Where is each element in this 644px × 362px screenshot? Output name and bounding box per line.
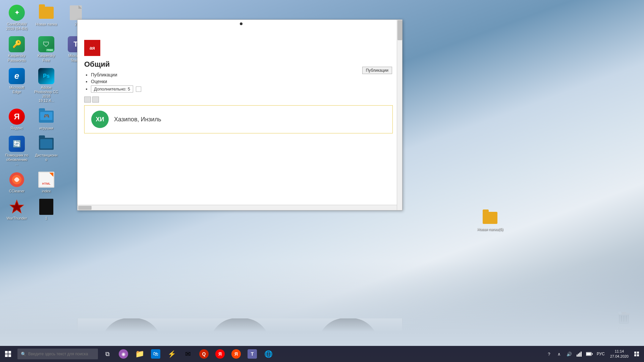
- semicircles-area: [77, 318, 402, 345]
- semicircle-2: [210, 318, 270, 345]
- icon-row-5: 🔄 Помощник по обновлению ... Дистанционн…: [3, 134, 89, 168]
- taskbar-lightning[interactable]: ⚡: [164, 346, 180, 362]
- icon-row-7: WarThunder 1: [3, 197, 89, 222]
- search-input[interactable]: [28, 352, 95, 356]
- user-avatar-initials: ХИ: [96, 116, 104, 123]
- bullet-item-publications: Публикации: [91, 72, 395, 77]
- svg-rect-24: [637, 354, 639, 356]
- taskbar-yandex[interactable]: Я: [212, 346, 228, 362]
- h-scroll-thumb[interactable]: [78, 206, 92, 210]
- qutebrowser-icon: Q: [199, 349, 209, 359]
- view-btn-2[interactable]: [92, 97, 99, 103]
- taskbar-cortana[interactable]: ◉: [115, 346, 131, 362]
- nova-papka-1-label: Новая папка: [36, 22, 57, 26]
- yandex-icon: Я: [9, 109, 25, 125]
- icon-row-6: CCleaner HTML index: [3, 170, 89, 195]
- html-index-label: index: [42, 189, 51, 193]
- taskbar-teams[interactable]: T: [244, 346, 260, 362]
- desktop-icon-coreldraw[interactable]: ✦ CorelDRAW 2019 (64-Bit): [3, 3, 30, 32]
- bullet-item-grades: Оценки: [91, 79, 395, 84]
- svg-rect-23: [634, 354, 636, 356]
- taskbar-qute[interactable]: Q: [196, 346, 212, 362]
- desktop-icon-distancionno[interactable]: Дистанционно: [33, 134, 60, 168]
- clock-date: 27.04.2020: [610, 354, 629, 359]
- clock-time: 11:14: [615, 349, 624, 354]
- icon-row-1: ✦ CorelDRAW 2019 (64-Bit) Новая папка: [3, 3, 89, 32]
- taskbar-mail[interactable]: ✉: [180, 346, 196, 362]
- taskbar-explorer[interactable]: 📁: [131, 346, 148, 362]
- svg-rect-19: [586, 353, 591, 355]
- svg-rect-17: [581, 352, 582, 357]
- recycle-bin-label: Корзина: [617, 326, 631, 330]
- photoshop-label: Adobe Photoshop CC 2018 19.12.4...: [34, 85, 58, 103]
- explorer-icon: 📁: [135, 349, 144, 359]
- desktop-icon-html-index[interactable]: HTML index: [33, 170, 60, 195]
- desktop-icon-edge[interactable]: e Microsoft Edge: [3, 67, 30, 105]
- file-gray-icon: [68, 5, 84, 21]
- icon-row-3: e Microsoft Edge Ps Adobe Photoshop CC 2…: [3, 67, 89, 105]
- tray-network-icon[interactable]: [575, 349, 584, 359]
- svg-rect-5: [618, 313, 630, 315]
- search-bar[interactable]: 🔍: [17, 349, 98, 359]
- publications-button[interactable]: Публикации: [362, 67, 392, 74]
- tray-battery-icon[interactable]: [585, 349, 594, 359]
- window-scrollbar[interactable]: [397, 20, 402, 210]
- desktop-icon-warthunder[interactable]: WarThunder: [3, 197, 30, 222]
- cortana-icon: ◉: [119, 349, 128, 359]
- desktop-icon-kaspersky-pw[interactable]: 🔑 Kaspersky Passwords: [3, 35, 30, 64]
- tray-chevron-icon[interactable]: ∧: [554, 349, 564, 359]
- clock[interactable]: 11:14 27.04.2020: [607, 349, 631, 359]
- taskbar-store[interactable]: 🛍: [148, 346, 164, 362]
- h-scrollbar[interactable]: [77, 205, 397, 210]
- view-toggle: [84, 97, 395, 103]
- teams-tb-icon: T: [248, 349, 257, 359]
- svg-rect-14: [577, 355, 578, 357]
- icon-row-2: 🔑 Kaspersky Passwords 🛡 FREE Kaspersky F…: [3, 35, 89, 64]
- tray-help-icon[interactable]: ?: [544, 349, 554, 359]
- window-dot: [240, 22, 243, 25]
- desktop-icons: ✦ CorelDRAW 2019 (64-Bit) Новая папка: [3, 3, 89, 222]
- desktop-icon-pomoschnik[interactable]: 🔄 Помощник по обновлению ...: [3, 134, 30, 168]
- coreldraw-label: CorelDRAW 2019 (64-Bit): [5, 22, 29, 31]
- red-tile-text: ая: [90, 45, 95, 51]
- notification-icon[interactable]: [632, 349, 641, 359]
- desktop-icon-yandex[interactable]: Я Яндекс: [3, 107, 30, 132]
- distancionno-icon: [38, 136, 54, 152]
- edge-icon: e: [9, 68, 25, 84]
- nova-papka-bottom[interactable]: Новая папка(6): [477, 210, 503, 231]
- taskbar-browser2[interactable]: 🌐: [260, 346, 276, 362]
- scrollbar-thumb[interactable]: [397, 20, 402, 40]
- black-file-icon: [38, 199, 54, 215]
- desktop-icon-ccleaner[interactable]: CCleaner: [3, 170, 30, 195]
- desktop-icon-kaspersky-free[interactable]: 🛡 FREE Kaspersky Free: [33, 35, 60, 64]
- desktop: ✦ CorelDRAW 2019 (64-Bit) Новая папка: [0, 0, 644, 362]
- desktop-icon-nova-papka-1[interactable]: Новая папка: [33, 3, 60, 32]
- svg-rect-22: [637, 352, 639, 354]
- pomoschnik-label: Помощник по обновлению ...: [5, 153, 29, 167]
- svg-rect-20: [592, 353, 593, 355]
- desktop-icon-igrushki[interactable]: 🎮 игрушки: [33, 107, 60, 132]
- pomoschnik-icon: 🔄: [9, 136, 25, 152]
- task-view-button[interactable]: ⧉: [99, 346, 115, 362]
- igrushki-folder-icon: 🎮: [38, 109, 54, 125]
- desktop-icon-photoshop[interactable]: Ps Adobe Photoshop CC 2018 19.12.4...: [33, 67, 60, 105]
- view-btn-1[interactable]: [84, 97, 91, 103]
- nova-papka-bottom-label: Новая папка(6): [477, 227, 503, 231]
- taskbar-yandex2[interactable]: Я: [228, 346, 244, 362]
- nova-papka-folder-icon: [482, 210, 498, 226]
- tray-volume-icon[interactable]: 🔊: [565, 349, 574, 359]
- additional-checkbox[interactable]: [136, 86, 141, 92]
- recycle-bin[interactable]: Корзина: [610, 307, 637, 332]
- user-card[interactable]: ХИ Хазипов, Инзиль: [84, 105, 393, 133]
- kaspersky-free-icon: 🛡 FREE: [38, 36, 54, 52]
- desktop-icon-black-file[interactable]: 1: [33, 197, 60, 222]
- language-indicator[interactable]: РУС: [595, 352, 607, 356]
- browser2-tb-icon: 🌐: [264, 349, 273, 359]
- start-button[interactable]: [0, 346, 16, 362]
- edge-label: Microsoft Edge: [5, 85, 29, 94]
- svg-rect-12: [5, 354, 8, 357]
- svg-rect-4: [619, 314, 629, 323]
- svg-rect-6: [622, 312, 626, 313]
- red-tile: ая: [84, 40, 100, 56]
- bullet-list: Публикации Оценки Дополнительно: 5: [91, 72, 395, 93]
